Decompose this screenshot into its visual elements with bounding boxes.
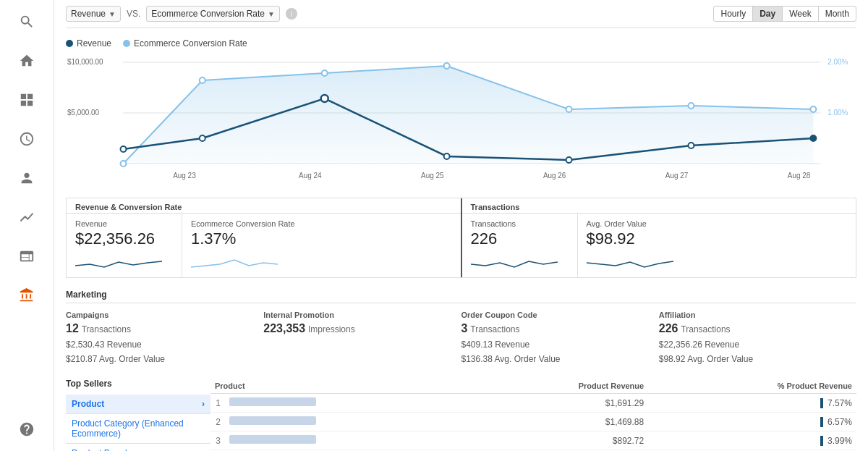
table-row: 1 $1,691.29 7.57% [210, 394, 856, 413]
legend-revenue: Revenue [66, 38, 111, 49]
svg-text:Aug 28: Aug 28 [788, 172, 811, 180]
campaigns-revenue: $2,530.43 [66, 340, 104, 350]
row3-pct: 3.99% [648, 431, 856, 450]
stat-ecr-value: 1.37% [191, 229, 295, 248]
sidebar-conversions[interactable] [14, 282, 40, 308]
svg-text:2.00%: 2.00% [827, 58, 848, 66]
sidebar [0, 0, 54, 451]
svg-point-9 [200, 77, 205, 83]
svg-point-19 [566, 157, 572, 163]
svg-point-16 [200, 135, 205, 141]
internal-unit: Impressions [308, 324, 355, 334]
svg-point-13 [688, 103, 694, 109]
sellers-col-pct: % Product Revenue [648, 379, 856, 394]
campaigns-label: Campaigns [66, 311, 252, 319]
svg-point-14 [810, 106, 816, 112]
sidebar-search[interactable] [14, 9, 40, 35]
coupon-aov: $136.38 [461, 354, 493, 364]
time-btn-day[interactable]: Day [752, 6, 783, 22]
affiliation-label: Affiliation [659, 311, 845, 319]
row2-pct: 6.57% [648, 413, 856, 431]
svg-text:Aug 26: Aug 26 [543, 172, 566, 180]
metric1-select[interactable]: Revenue ▼ [66, 6, 121, 22]
sidebar-reports[interactable] [14, 126, 40, 152]
sellers-list-item-category[interactable]: Product Category (Enhanced Ecommerce) [66, 414, 210, 444]
stat-transactions-sparkline [471, 251, 566, 273]
sidebar-audience[interactable] [14, 165, 40, 191]
svg-point-20 [688, 143, 694, 148]
sellers-right: Product Product Revenue % Product Revenu… [210, 379, 856, 451]
svg-text:Aug 27: Aug 27 [665, 172, 689, 180]
sellers-list-item-brand[interactable]: Product Brand [66, 444, 210, 451]
campaigns-aov-label: Avg. Order Value [99, 354, 165, 364]
marketing-campaigns: Campaigns 12 Transactions $2,530.43 Reve… [66, 311, 263, 367]
campaigns-unit: Transactions [82, 324, 131, 334]
table-row: 2 $1,469.88 6.57% [210, 413, 856, 431]
svg-text:$10,000.00: $10,000.00 [67, 58, 103, 66]
svg-point-15 [121, 146, 127, 152]
stat-aov-label: Avg. Order Value [587, 219, 682, 228]
legend-ecr: Ecommerce Conversion Rate [123, 38, 247, 49]
affiliation-unit: Transactions [681, 324, 730, 334]
stat-transactions-value: 226 [471, 229, 566, 248]
stat-ecr: Ecommerce Conversion Rate 1.37% [182, 214, 307, 277]
affiliation-revenue: $22,356.26 [659, 340, 702, 350]
sidebar-dashboard[interactable] [14, 87, 40, 113]
row2-revenue: $1,469.88 [463, 413, 648, 431]
stat-transactions-label: Transactions [471, 219, 566, 228]
internal-label: Internal Promotion [263, 311, 449, 319]
sellers-col-revenue: Product Revenue [463, 379, 648, 394]
sidebar-acquisition[interactable] [14, 204, 40, 230]
sidebar-behavior[interactable] [14, 243, 40, 269]
row2-product[interactable] [225, 413, 463, 431]
sellers-col-product: Product [210, 379, 463, 394]
metric2-select[interactable]: Ecommerce Conversion Rate ▼ [146, 6, 280, 22]
svg-point-12 [566, 106, 572, 112]
info-icon[interactable]: i [286, 8, 297, 20]
time-btn-hourly[interactable]: Hourly [713, 6, 753, 22]
marketing-coupon: Order Coupon Code 3 Transactions $409.13… [461, 311, 659, 367]
marketing-affiliation: Affiliation 226 Transactions $22,356.26 … [659, 311, 856, 367]
sidebar-home[interactable] [14, 48, 40, 74]
svg-point-17 [321, 95, 328, 102]
bar1 [820, 398, 823, 408]
row1-product[interactable] [225, 394, 463, 413]
svg-point-8 [121, 161, 127, 167]
marketing-internal: Internal Promotion 223,353 Impressions [263, 311, 461, 367]
toolbar: Revenue ▼ VS. Ecommerce Conversion Rate … [66, 0, 856, 28]
sellers-title: Top Sellers [66, 379, 210, 389]
marketing-grid: Campaigns 12 Transactions $2,530.43 Reve… [66, 311, 856, 367]
metric2-arrow: ▼ [268, 10, 275, 18]
coupon-label: Order Coupon Code [461, 311, 647, 319]
row3-num: 3 [210, 431, 225, 450]
svg-text:$5,000.00: $5,000.00 [67, 109, 100, 117]
table-row: 3 $892.72 3.99% [210, 431, 856, 450]
row1-num: 1 [210, 394, 225, 413]
chart-legend: Revenue Ecommerce Conversion Rate [66, 34, 856, 51]
coupon-count: 3 [461, 322, 468, 334]
affiliation-revenue-label: Revenue [705, 340, 739, 350]
row2-num: 2 [210, 413, 225, 431]
marketing-section: Marketing Campaigns 12 Transactions $2,5… [66, 290, 856, 367]
stat-revenue-value: $22,356.26 [75, 229, 170, 248]
legend-revenue-label: Revenue [77, 38, 111, 49]
campaigns-count: 12 [66, 322, 79, 334]
time-btn-week[interactable]: Week [782, 6, 818, 22]
stat-aov: Avg. Order Value $98.92 [578, 214, 694, 277]
legend-dot-ecr [123, 40, 130, 47]
coupon-details: $409.13 Revenue $136.38 Avg. Order Value [461, 338, 647, 366]
vs-label: VS. [127, 9, 140, 19]
campaigns-revenue-label: Revenue [107, 340, 142, 350]
metric1-label: Revenue [71, 9, 106, 19]
marketing-title: Marketing [66, 290, 856, 303]
row3-product[interactable] [225, 431, 463, 450]
sidebar-help[interactable] [14, 416, 40, 442]
coupon-revenue-label: Revenue [495, 340, 529, 350]
sellers-list-item-product[interactable]: Product › [66, 395, 210, 414]
svg-marker-7 [123, 66, 813, 164]
chevron-right-icon: › [202, 399, 205, 409]
coupon-unit: Transactions [470, 324, 519, 334]
stat-transactions: Transactions 226 [462, 214, 578, 277]
time-btn-month[interactable]: Month [818, 6, 856, 22]
affiliation-aov-label: Avg. Order Value [687, 354, 753, 364]
